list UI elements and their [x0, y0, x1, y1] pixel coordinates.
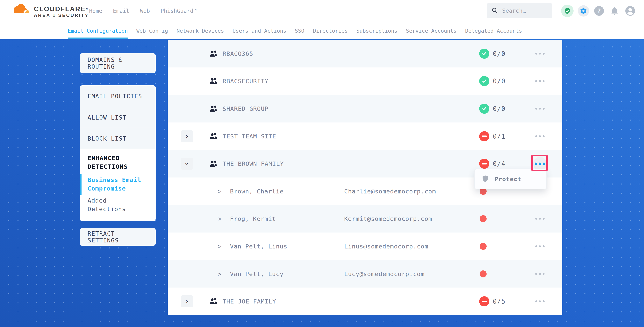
tab-sso[interactable]: SSO	[295, 22, 304, 39]
menu-dot	[535, 135, 537, 137]
status-blocked-icon	[479, 159, 489, 169]
top-nav: HomeEmailWebPhishGuard™	[89, 0, 197, 22]
top-nav-item-home[interactable]: Home	[89, 8, 102, 14]
sidebar-card-domains-routing[interactable]: DOMAINS & ROUTING	[80, 53, 156, 73]
menu-dot	[543, 135, 544, 137]
row-menu-button[interactable]	[533, 102, 547, 115]
protection-count: 0/0	[493, 50, 506, 57]
menu-dot	[535, 245, 537, 247]
minus-glyph	[482, 301, 487, 302]
row-context-menu: Protect	[474, 169, 547, 189]
table-row: ›THE JOE FAMILY0/5	[168, 288, 562, 315]
brand-title: CLOUDFLARE	[34, 5, 86, 13]
tab-users-and-actions[interactable]: Users and Actions	[232, 22, 286, 39]
protect-menu-item-label: Protect	[494, 176, 522, 183]
row-menu-button[interactable]	[533, 47, 547, 60]
group-icon	[209, 298, 218, 305]
sidebar-item-block-list[interactable]: BLOCK LIST	[80, 128, 156, 149]
member-email: Lucy@somedemocorp.com	[344, 271, 424, 278]
brand-subtitle: AREA 1 SECURITY	[34, 12, 89, 18]
sidebar-section-title: ENHANCED DETECTIONS	[88, 154, 138, 171]
menu-dot	[535, 218, 537, 220]
menu-dot	[535, 80, 537, 82]
sidebar-item-email-policies[interactable]: EMAIL POLICIES	[80, 85, 156, 107]
member-email: Linus@somedemocorp.com	[344, 243, 428, 250]
expand-row-button[interactable]: ›	[181, 295, 193, 307]
member-name: Van Pelt, Linus	[230, 243, 287, 250]
menu-dot	[543, 273, 544, 275]
table-row: RBACSECURITY0/0	[168, 67, 562, 95]
menu-dot	[539, 53, 541, 55]
status-allowed-icon	[479, 76, 489, 86]
menu-dot	[539, 273, 541, 275]
top-nav-item-web[interactable]: Web	[140, 8, 150, 14]
tab-service-accounts[interactable]: Service Accounts	[406, 22, 457, 39]
member-name: Van Pelt, Lucy	[230, 271, 284, 278]
menu-dot	[535, 300, 537, 302]
table-row: >Van Pelt, LucyLucy@somedemocorp.com	[168, 260, 562, 288]
tab-network-devices[interactable]: Network Devices	[176, 22, 224, 39]
menu-dot	[539, 80, 541, 82]
tab-email-configuration[interactable]: Email Configuration	[68, 22, 128, 39]
sidebar-item-label: ALLOW LIST	[88, 114, 127, 121]
member-chevron-icon: >	[218, 188, 222, 195]
menu-dot	[539, 135, 541, 137]
app-header: CLOUDFLARE® AREA 1 SECURITY HomeEmailWeb…	[0, 0, 644, 22]
top-nav-item-phishguard[interactable]: PhishGuard™	[160, 8, 196, 14]
member-email: Charlie@somedemocorp.com	[344, 188, 436, 195]
menu-dot	[543, 300, 544, 302]
row-menu-button[interactable]	[533, 295, 547, 308]
sidebar-item-business-email-compromise[interactable]: Business Email Compromise	[88, 176, 142, 193]
svg-text:?: ?	[597, 7, 601, 14]
chevron-right-icon: ›	[185, 298, 189, 305]
tab-delegated-accounts[interactable]: Delegated Accounts	[465, 22, 522, 39]
protection-status-icon[interactable]	[561, 5, 574, 17]
row-menu-button[interactable]	[533, 212, 547, 226]
tab-subscriptions[interactable]: Subscriptions	[356, 22, 397, 39]
status-blocked-icon	[479, 131, 489, 141]
menu-dot	[535, 108, 537, 110]
status-allowed-icon	[479, 104, 489, 114]
sidebar-card-retract-settings[interactable]: RETRACT SETTINGS	[80, 228, 156, 246]
protect-menu-item[interactable]: Protect	[475, 169, 546, 189]
status-blocked-dot	[480, 243, 486, 250]
member-email: Kermit@somedemocorp.com	[344, 215, 432, 222]
member-chevron-icon: >	[218, 243, 222, 250]
sidebar-card-email-policies: EMAIL POLICIESALLOW LISTBLOCK LISTENHANC…	[80, 85, 156, 221]
row-menu-button[interactable]	[533, 129, 547, 143]
tab-web-config[interactable]: Web Config	[136, 22, 168, 39]
cloudflare-logo: CLOUDFLARE® AREA 1 SECURITY	[11, 3, 89, 18]
group-name: TEST TEAM SITE	[222, 133, 276, 140]
group-name: SHARED_GROUP	[222, 105, 268, 112]
group-icon	[209, 105, 218, 112]
settings-icon[interactable]	[578, 5, 589, 16]
protection-count: 0/4	[493, 160, 506, 168]
menu-dot	[543, 163, 545, 165]
active-item-indicator	[80, 174, 82, 195]
row-menu-button[interactable]	[533, 157, 547, 171]
row-menu-button[interactable]	[533, 240, 547, 253]
search-icon	[491, 7, 498, 14]
top-nav-item-email[interactable]: Email	[113, 8, 129, 14]
shield-icon	[481, 175, 489, 183]
account-icon[interactable]	[624, 5, 636, 16]
table-row: >Frog, KermitKermit@somedemocorp.com	[168, 205, 562, 233]
notifications-icon[interactable]	[609, 5, 620, 16]
sidebar-item-allow-list[interactable]: ALLOW LIST	[80, 107, 156, 128]
tab-directories[interactable]: Directories	[313, 22, 348, 39]
search-input[interactable]	[502, 7, 547, 14]
menu-dot	[543, 80, 544, 82]
row-menu-button[interactable]	[533, 267, 547, 281]
sidebar-item-added-detections[interactable]: Added Detections	[88, 196, 142, 213]
help-icon[interactable]: ?	[594, 5, 605, 16]
expand-row-button[interactable]: ›	[181, 130, 193, 142]
status-allowed-icon	[479, 49, 489, 59]
collapse-row-button[interactable]: ›	[181, 158, 193, 170]
cloudflare-cloud-icon	[11, 3, 30, 16]
group-name: THE JOE FAMILY	[222, 298, 276, 305]
table-row: ›TEST TEAM SITE0/1	[168, 122, 562, 150]
search-box	[486, 3, 552, 18]
row-menu-button[interactable]	[533, 74, 547, 88]
protection-count: 0/0	[493, 77, 506, 85]
member-chevron-icon: >	[218, 215, 222, 222]
